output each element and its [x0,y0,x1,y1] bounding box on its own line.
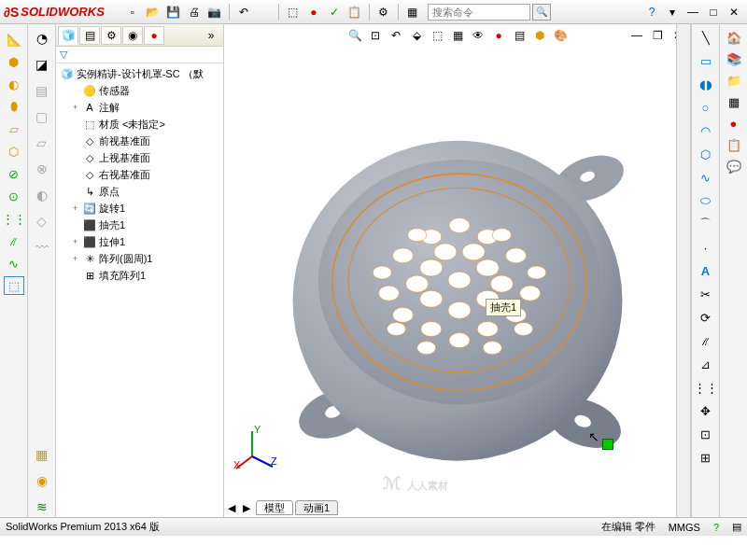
print-icon[interactable]: 🖨 [185,3,204,21]
prev-view-icon[interactable]: ↶ [387,26,405,45]
corner-rect-icon[interactable]: ▭ [696,51,716,70]
circle-icon[interactable]: ○ [696,98,716,117]
tab-property-mgr[interactable]: ▤ [79,26,100,45]
edit-appearance-icon[interactable]: ● [489,26,508,45]
slot-icon[interactable]: ◖◗ [696,75,716,93]
search-button[interactable]: 🔍 [532,4,551,21]
screen-capture-icon[interactable]: 📷 [205,3,224,21]
new-icon[interactable]: ▫ [123,3,142,21]
design-library-icon[interactable]: 📚 [724,49,744,68]
ref-geom-icon[interactable]: ◇ [32,211,52,231]
text-icon[interactable]: A [696,261,716,280]
linear-pattern-icon[interactable]: ⋮⋮ [4,209,24,228]
tree-item[interactable]: ⬛抽壳1 [56,217,223,233]
model-canvas[interactable]: Y X Z ℳ 人人素材 抽壳1 ↖ [224,47,691,498]
select-icon[interactable]: ⬚ [284,3,303,21]
hole-wizard-icon[interactable]: ⊘ [4,164,24,183]
rectangle-select-icon[interactable]: ⬚ [4,276,24,295]
tab-expand-icon[interactable]: » [201,26,221,45]
spline-icon[interactable]: ∿ [4,254,24,273]
tree-item[interactable]: +🔄旋转1 [56,200,223,217]
tree-item[interactable]: ⊞填充阵列1 [56,267,223,284]
fillet-sketch-icon[interactable]: ⌒ [696,215,716,233]
tree-item[interactable]: ◇前视基准面 [56,133,223,149]
section-view-icon[interactable]: ⬙ [407,26,426,45]
file-props-icon[interactable]: 📋 [345,3,364,21]
expander-icon[interactable]: + [73,254,82,263]
settings-icon[interactable]: ⚙ [374,3,393,21]
close-icon[interactable]: ✕ [725,3,743,21]
save-icon[interactable]: 💾 [164,3,183,21]
viewport-tab[interactable]: 动画1 [295,500,338,515]
extrude-cut-icon[interactable]: ⬡ [4,142,24,161]
appearances-icon[interactable]: ● [724,114,744,133]
quick-snaps-icon[interactable]: ⊞ [696,448,716,467]
view-orientation-icon[interactable]: ⬚ [428,26,446,45]
draft-icon[interactable]: ▱ [32,133,52,153]
file-explorer-icon[interactable]: 📁 [724,71,744,90]
sw-resources-icon[interactable]: 🏠 [724,28,744,47]
status-rebuild-icon[interactable]: ? [713,522,719,533]
undo-icon[interactable]: ↶ [234,3,253,21]
tree-item[interactable]: +⬛拉伸1 [56,233,223,250]
viewport[interactable]: 🔍 ⊡ ↶ ⬙ ⬚ ▦ 👁 ● ▤ ⬢ 🎨 ― ❐ ✕ [224,24,691,517]
revolve-boss-icon[interactable]: ◐ [4,75,24,93]
loft-boss-icon[interactable]: ▱ [4,119,24,138]
status-tags-icon[interactable]: ▤ [732,521,741,533]
tree-item[interactable]: ⬚材质 <未指定> [56,116,223,133]
revolve-cut-icon[interactable]: ⊙ [4,187,24,205]
tab-feature-tree[interactable]: 🧊 [58,26,78,45]
tab-scroll-right-icon[interactable]: ▶ [239,502,254,514]
dropdown-icon[interactable]: ▾ [663,3,682,21]
convert-icon[interactable]: ⟳ [696,308,716,327]
dome-icon[interactable]: ◐ [32,185,52,205]
open-icon[interactable]: 📂 [144,3,162,21]
arc-icon[interactable]: ◠ [696,121,716,140]
redo-icon[interactable] [255,3,274,21]
tree-item[interactable]: ◇上视基准面 [56,149,223,166]
curves-icon[interactable]: 〰 [32,237,52,258]
view-settings-icon[interactable]: ⬢ [530,26,549,45]
pattern-sketch-icon[interactable]: ⋮⋮ [696,378,716,397]
trim-icon[interactable]: ✂ [696,285,716,303]
custom-props-icon[interactable]: 📋 [724,135,744,154]
selection-handle[interactable] [602,439,613,450]
wrap-icon[interactable]: ⊗ [32,159,52,179]
options-icon[interactable]: ✓ [325,3,344,21]
expander-icon[interactable]: + [73,103,82,112]
tree-root[interactable]: 🧊 实例精讲-设计机罩-SC （默 [56,65,223,82]
move-icon[interactable]: ✥ [696,401,716,420]
minimize-icon[interactable]: ― [684,3,702,21]
render-tools-icon[interactable]: 🎨 [551,26,570,45]
extrude-boss-icon[interactable]: ⬢ [4,52,24,71]
sweep-boss-icon[interactable]: ⬮ [4,97,24,116]
flow-icon[interactable]: ≋ [32,497,52,517]
help-icon[interactable]: ? [642,3,661,21]
rib-icon[interactable]: ▤ [32,80,52,101]
tab-dimxpert[interactable]: ◉ [122,26,143,45]
chamfer-icon[interactable]: ◪ [32,54,52,75]
sw-forum-icon[interactable]: 💬 [724,157,744,175]
smart-dimension-icon[interactable]: 📐 [4,30,24,49]
expander-icon[interactable]: + [73,237,82,246]
maximize-icon[interactable]: □ [704,3,723,21]
point-icon[interactable]: · [696,238,716,257]
tab-config-mgr[interactable]: ⚙ [101,26,121,45]
taskpane-collapsed[interactable] [676,24,691,517]
filter-icon[interactable]: ▽ [60,49,67,61]
spline-tool-icon[interactable]: ∿ [696,168,716,187]
rebuild-icon[interactable]: ● [304,3,323,21]
view-palette-icon[interactable]: ▦ [724,92,744,111]
offset-icon[interactable]: ⫽ [696,331,716,350]
simulation-icon[interactable]: ◉ [32,470,52,491]
display-relations-icon[interactable]: ⊡ [696,425,716,443]
prompt-icon[interactable]: ▦ [403,3,422,21]
hide-show-icon[interactable]: 👁 [469,26,487,45]
tree-item[interactable]: +✳阵列(圆周)1 [56,250,223,267]
expander-icon[interactable]: + [73,203,82,213]
polygon-icon[interactable]: ⬡ [696,145,716,163]
line-icon[interactable]: ╲ [696,28,716,47]
mirror-icon[interactable]: ⫽ [4,231,24,250]
status-units[interactable]: MMGS [669,522,700,533]
apply-scene-icon[interactable]: ▤ [510,26,529,45]
